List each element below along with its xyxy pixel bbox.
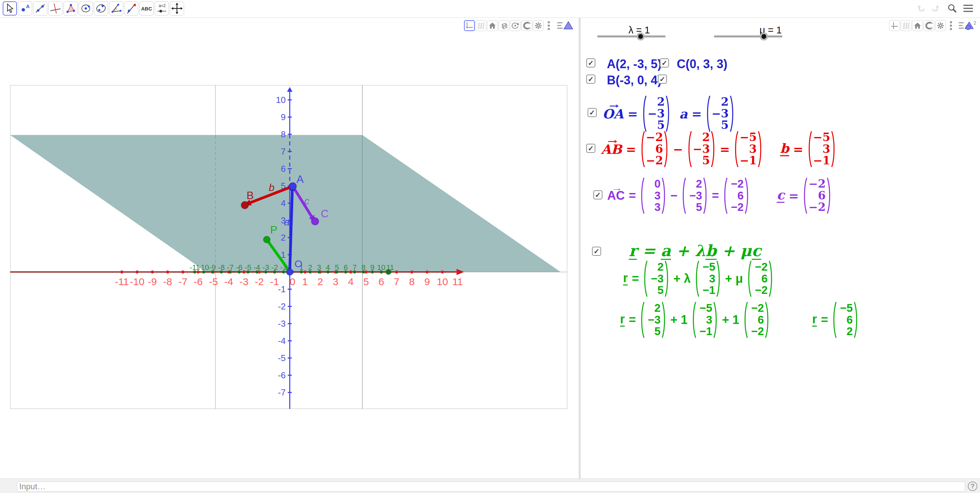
point-A-label[interactable]: A(2, -3, 5) bbox=[607, 57, 662, 71]
home-view-button[interactable] bbox=[487, 20, 498, 31]
redo-icon bbox=[930, 4, 940, 13]
graphics-2-panel: 2 λ = 1 μ = 1 ✓ A(2, -3, 5) ✓ C(0, 3, 3)… bbox=[581, 18, 980, 479]
tool-text[interactable]: ABC bbox=[140, 2, 154, 16]
algebra-input-field[interactable]: Input… bbox=[17, 482, 965, 491]
lambda-slider-track[interactable] bbox=[597, 35, 666, 38]
checkbox-vector-ab[interactable]: ✓ bbox=[586, 144, 595, 153]
checkbox-vector-ac[interactable]: ✓ bbox=[593, 190, 603, 200]
grid-icon bbox=[902, 22, 910, 30]
lambda-slider-handle[interactable] bbox=[636, 32, 645, 41]
svg-text:7: 7 bbox=[394, 276, 399, 287]
search-icon bbox=[947, 3, 957, 14]
toggle-grid-button-2[interactable] bbox=[900, 20, 912, 31]
plane-equation-general: r = 2−35 + λ −53−1 + μ −26−2 bbox=[623, 260, 773, 298]
checkbox-point-B2[interactable]: ✓ bbox=[658, 75, 667, 84]
collapse-graphics2-button[interactable]: 2 bbox=[958, 20, 975, 32]
svg-text:3: 3 bbox=[317, 263, 321, 272]
plane-equation-substituted: r = 2−35 + 1 −53−1 + 1 −26−2 bbox=[620, 301, 770, 339]
view-3d-menu-icon bbox=[557, 20, 574, 32]
svg-text:3: 3 bbox=[332, 276, 338, 287]
snap-button-3d[interactable] bbox=[522, 20, 532, 31]
toggle-axes-button-2[interactable] bbox=[889, 20, 900, 31]
undo-button[interactable] bbox=[916, 3, 928, 14]
svg-text:8: 8 bbox=[281, 129, 286, 139]
checkbox-vector-oa[interactable]: ✓ bbox=[588, 108, 597, 117]
tool-move-graphics[interactable] bbox=[170, 2, 184, 16]
svg-text:5: 5 bbox=[363, 276, 369, 287]
svg-text:α: α bbox=[116, 8, 117, 11]
graph-label-O: O bbox=[294, 258, 302, 269]
svg-text:6: 6 bbox=[379, 276, 384, 287]
svg-text:-3: -3 bbox=[262, 263, 269, 272]
tool-conic[interactable] bbox=[94, 2, 108, 16]
svg-text:-4: -4 bbox=[278, 336, 286, 346]
svg-text:-7: -7 bbox=[278, 387, 286, 398]
main-menu-button[interactable] bbox=[963, 3, 974, 14]
checkbox-point-A[interactable]: ✓ bbox=[586, 59, 595, 68]
graph-label-c: c bbox=[304, 195, 309, 206]
graphics2-menu-icon: 2 bbox=[958, 20, 977, 32]
input-placeholder: Input… bbox=[19, 482, 45, 491]
settings-button-3d[interactable] bbox=[533, 20, 544, 31]
toggle-axes-button[interactable] bbox=[464, 20, 475, 31]
svg-text:2: 2 bbox=[317, 276, 323, 287]
checkbox-point-B[interactable]: ✓ bbox=[586, 75, 595, 84]
mu-slider-handle[interactable] bbox=[760, 32, 768, 41]
mu-slider-track[interactable] bbox=[714, 35, 783, 38]
point-P bbox=[263, 236, 270, 243]
graphics-3d-canvas[interactable]: -7-6-5-4-3-2-112345678910-11-10-9-8-7-6-… bbox=[10, 85, 567, 409]
toggle-grid-button[interactable] bbox=[476, 20, 486, 31]
checkbox-point-A2[interactable]: ✓ bbox=[660, 59, 669, 68]
redo-button[interactable] bbox=[929, 3, 941, 14]
checkbox-plane-equation[interactable]: ✓ bbox=[592, 247, 601, 256]
snap-button-2[interactable] bbox=[924, 20, 934, 31]
tool-reflect[interactable] bbox=[124, 2, 138, 16]
graph-label-P: P bbox=[270, 224, 277, 236]
column-vector-oa: 2−35 bbox=[642, 95, 671, 133]
home-view-button-2[interactable] bbox=[912, 20, 923, 31]
tool-line[interactable] bbox=[33, 2, 47, 16]
more-options-2[interactable] bbox=[948, 20, 955, 31]
home-icon bbox=[913, 22, 921, 30]
svg-text:-7: -7 bbox=[178, 276, 188, 287]
vector-b-definition: b = −53−1 bbox=[780, 130, 836, 168]
graph-label-C: C bbox=[321, 208, 329, 220]
more-options-3d[interactable] bbox=[546, 20, 552, 31]
tool-perpendicular-line[interactable] bbox=[48, 2, 62, 16]
angle-icon: α bbox=[110, 2, 122, 14]
search-button[interactable] bbox=[946, 3, 958, 14]
svg-text:1: 1 bbox=[302, 276, 308, 287]
point-C bbox=[311, 218, 319, 225]
settings-button-2[interactable] bbox=[935, 20, 946, 31]
svg-text:-10: -10 bbox=[130, 276, 144, 287]
slider-icon: a=2 bbox=[156, 2, 168, 14]
tool-move[interactable] bbox=[3, 2, 17, 16]
svg-text:-8: -8 bbox=[163, 276, 172, 287]
tool-point[interactable]: A bbox=[18, 2, 32, 16]
conic-icon bbox=[95, 2, 107, 14]
plane-equation-heading: r = a + λb + μc bbox=[629, 242, 761, 260]
collapse-3d-view-button[interactable] bbox=[557, 20, 574, 32]
point-B-label[interactable]: B(-3, 0, 4) bbox=[607, 73, 662, 87]
panel-divider[interactable] bbox=[579, 18, 581, 479]
tool-polygon[interactable] bbox=[64, 2, 78, 16]
rotate-view-icon bbox=[511, 22, 519, 30]
vector-c-definition: c = −26−2 bbox=[777, 177, 831, 215]
point-C-label[interactable]: C(0, 3, 3) bbox=[677, 57, 727, 71]
plane-equation-result: r = −562 bbox=[812, 301, 858, 339]
axes-cross-icon bbox=[891, 22, 899, 30]
svg-text:-5: -5 bbox=[245, 263, 251, 272]
view-3d-button[interactable] bbox=[498, 20, 509, 31]
svg-text:-10: -10 bbox=[198, 263, 209, 272]
rotate-view-button[interactable] bbox=[510, 20, 521, 31]
help-button[interactable]: ? bbox=[968, 482, 977, 491]
svg-text:5: 5 bbox=[335, 263, 339, 272]
perpendicular-line-icon bbox=[49, 2, 62, 14]
svg-text:8: 8 bbox=[361, 263, 365, 272]
tool-angle[interactable]: α bbox=[109, 2, 123, 16]
svg-text:4: 4 bbox=[348, 276, 353, 287]
tool-circle[interactable] bbox=[79, 2, 93, 16]
vector-ab-equation: →AB = −26−2 − 2−35 = −53−1 bbox=[601, 130, 762, 168]
tool-slider[interactable]: a=2 bbox=[155, 2, 169, 16]
cursor-icon bbox=[4, 2, 16, 14]
